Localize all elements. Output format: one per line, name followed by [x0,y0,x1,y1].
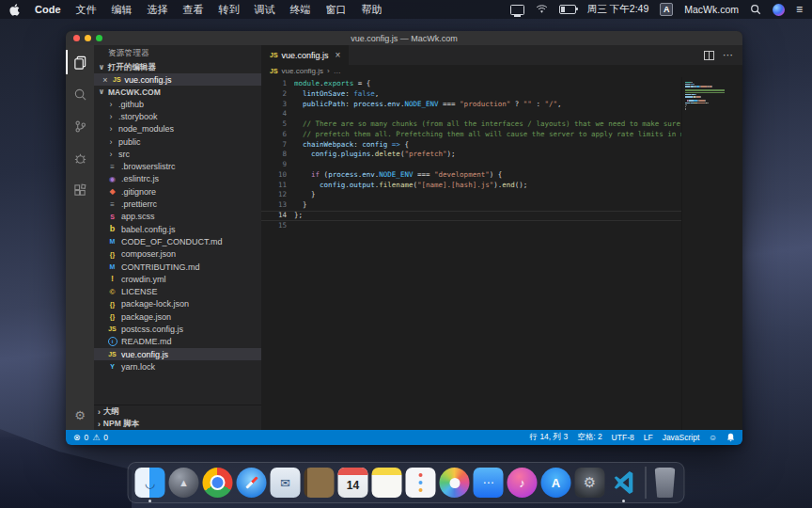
photos-icon[interactable] [440,468,470,498]
file-row--prettierrc[interactable]: ≡.prettierrc [94,198,261,210]
file-row-node-modules[interactable]: ›node_modules [94,123,261,135]
file-row-crowdin-yml[interactable]: !crowdin.yml [94,273,261,285]
menu-item-0[interactable]: 文件 [76,3,97,17]
menu-item-7[interactable]: 窗口 [326,3,347,17]
file-row--eslintrc-js[interactable]: ◉.eslintrc.js [94,173,261,185]
notifications-bell-icon[interactable] [726,433,735,442]
reminders-icon[interactable] [406,468,436,498]
appstore-icon[interactable]: A [541,468,571,498]
file-row-postcss-config-js[interactable]: JSpostcss.config.js [94,323,261,335]
code-line-14[interactable]: 14}; [261,211,681,221]
file-row--github[interactable]: ›.github [94,98,261,110]
code-line-9[interactable]: 9 [261,160,681,170]
spotlight-search-icon[interactable] [750,4,761,15]
sidebar-section-1[interactable]: ›NPM 脚本 [94,418,261,430]
file-row-contributing-md[interactable]: MCONTRIBUTING.md [94,261,261,273]
extensions-icon[interactable] [66,178,94,202]
menu-host-label[interactable]: MacWk.com [684,4,739,15]
file-row--storybook[interactable]: ›.storybook [94,110,261,122]
code-line-4[interactable]: 4 [261,109,681,119]
code-line-7[interactable]: 7 chainWebpack: config => { [261,140,681,151]
file-row-license[interactable]: ©LICENSE [94,285,261,297]
file-row-readme-md[interactable]: iREADME.md [94,336,261,348]
close-window-button[interactable] [73,35,80,41]
minimize-window-button[interactable] [85,35,91,41]
calendar-icon[interactable]: 14 [338,468,368,498]
file-row-code-of-conduct-md[interactable]: MCODE_OF_CONDUCT.md [94,235,261,247]
code-line-13[interactable]: 13 } [261,200,681,211]
split-editor-icon[interactable] [704,51,714,60]
itunes-icon[interactable]: ♪ [508,468,538,498]
source-control-icon[interactable] [66,114,94,138]
language-mode[interactable]: JavaScript [663,433,700,442]
chrome-icon[interactable] [203,468,233,498]
code-line-15[interactable]: 15 [261,221,681,231]
file-row--gitignore[interactable]: ◆.gitignore [94,185,261,198]
menu-item-5[interactable]: 调试 [255,3,275,17]
tab-vue-config[interactable]: JS vue.config.js × [261,45,349,65]
launchpad-icon[interactable]: ▲ [169,468,199,498]
safari-icon[interactable] [237,468,267,498]
search-icon[interactable] [66,82,94,106]
mail-icon[interactable]: ✉ [271,468,301,498]
explorer-icon[interactable] [66,50,94,74]
minimap[interactable] [681,77,742,430]
file-row-yarn-lock[interactable]: Yyarn.lock [94,360,261,373]
file-row-app-scss[interactable]: Sapp.scss [94,211,261,223]
zoom-window-button[interactable] [96,35,102,41]
vscode-icon[interactable] [609,468,639,498]
open-editors-header[interactable]: ∨ 打开的编辑器 [94,61,261,73]
menu-item-8[interactable]: 帮助 [362,3,383,17]
project-section-header[interactable]: ∨ MACWK.COM [94,86,261,98]
menu-clock[interactable]: 周三 下午2:49 [587,3,648,16]
file-row--browserslistrc[interactable]: ≡.browserslistrc [94,160,261,172]
code-editor[interactable]: 1module.exports = {2 lintOnSave: false,3… [261,77,681,430]
code-line-10[interactable]: 10 if (process.env.NODE_ENV === "develop… [261,170,681,181]
code-line-3[interactable]: 3 publicPath: process.env.NODE_ENV === "… [261,100,681,110]
input-method-badge[interactable]: A [660,3,673,16]
code-line-11[interactable]: 11 config.output.filename("[name].[hash]… [261,181,681,191]
code-line-5[interactable]: 5 // There are so many chunks (from all … [261,119,681,130]
trash-icon[interactable] [653,468,678,498]
apple-menu-icon[interactable] [9,4,20,16]
display-mirroring-icon[interactable] [510,5,524,15]
encoding[interactable]: UTF-8 [612,433,634,442]
finder-icon[interactable]: ◡ [135,468,165,498]
menu-app-name[interactable]: Code [35,4,61,15]
file-row-vue-config-js[interactable]: JSvue.config.js [94,348,261,360]
settings-icon[interactable]: ⚙ [575,468,605,498]
siri-icon[interactable] [773,4,785,16]
menu-item-2[interactable]: 选择 [148,3,168,17]
settings-gear-icon[interactable]: ⚙ [74,408,86,422]
file-row-babel-config-js[interactable]: bbabel.config.js [94,223,261,235]
file-row-public[interactable]: ›public [94,135,261,148]
battery-icon[interactable] [559,5,576,14]
breadcrumb-file[interactable]: vue.config.js [282,67,323,75]
breadcrumb[interactable]: JS vue.config.js › … [261,65,742,77]
indent-setting[interactable]: 空格: 2 [577,432,601,443]
close-tab-icon[interactable]: × [336,50,341,60]
close-icon[interactable]: × [102,75,109,85]
wifi-icon[interactable] [536,5,548,14]
file-row-package-lock-json[interactable]: {}package-lock.json [94,298,261,310]
breadcrumb-symbol[interactable]: … [334,67,341,75]
code-line-1[interactable]: 1module.exports = { [261,79,681,89]
debug-icon[interactable] [66,146,94,170]
notes-icon[interactable] [372,468,402,498]
code-line-12[interactable]: 12 } [261,190,681,200]
code-line-8[interactable]: 8 config.plugins.delete("prefetch"); [261,150,681,160]
file-row-package-json[interactable]: {}package.json [94,310,261,323]
code-line-6[interactable]: 6 // prefetch them all. Prefetching them… [261,130,681,140]
cursor-position[interactable]: 行 14, 列 3 [530,432,569,443]
more-actions-icon[interactable]: ⋯ [723,49,734,61]
code-line-2[interactable]: 2 lintOnSave: false, [261,89,681,100]
open-editor-item[interactable]: × JS vue.config.js [94,73,261,86]
menu-item-6[interactable]: 终端 [290,3,311,17]
file-row-src[interactable]: ›src [94,148,261,160]
messages-icon[interactable]: ⋯ [474,468,504,498]
contacts-icon[interactable] [304,468,335,498]
eol-setting[interactable]: LF [644,433,653,442]
window-title-bar[interactable]: vue.config.js — MacWk.com [66,31,742,45]
menu-item-1[interactable]: 编辑 [112,3,133,17]
problems-indicator[interactable]: ⊗ 0 ⚠ 0 [73,433,108,442]
